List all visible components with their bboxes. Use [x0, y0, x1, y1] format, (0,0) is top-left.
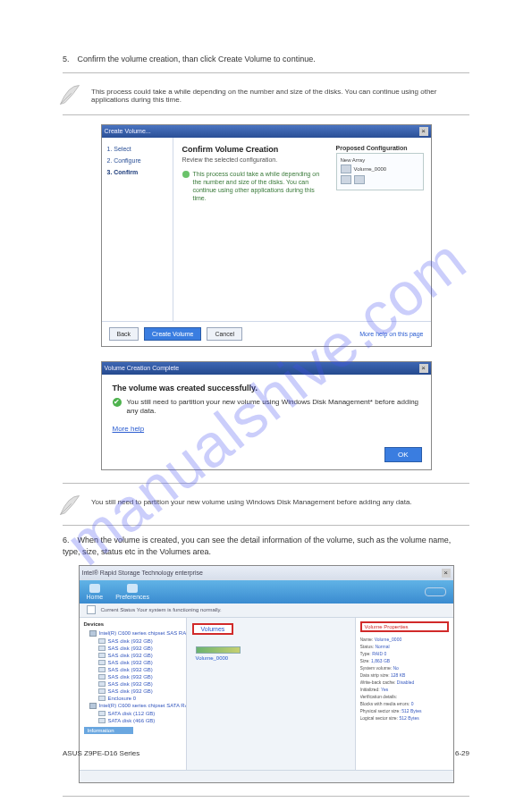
information-button[interactable]: Information: [84, 727, 133, 734]
disk-node[interactable]: SAS disk (932 GB): [84, 673, 182, 680]
note-text: You still need to partition your new vol…: [91, 493, 469, 506]
volume-name: Volume_0000: [196, 655, 241, 661]
enclosure-icon: [98, 696, 106, 701]
tab-preferences[interactable]: Preferences: [115, 584, 149, 600]
volumes-header: Volumes: [192, 623, 234, 635]
wizard-footer: Back Create Volume Cancel More help on t…: [102, 321, 431, 346]
home-icon: [89, 584, 100, 593]
info-text: This process could take a while dependin…: [193, 170, 324, 202]
prop-row: Status: Normal: [360, 643, 449, 650]
titlebar: Create Volume... ×: [102, 125, 431, 138]
hdd-icon: [98, 711, 106, 716]
divider: [63, 114, 469, 115]
step-select[interactable]: 1. Select: [107, 143, 167, 155]
volumes-panel: Volumes Volume_0000: [187, 618, 355, 770]
proposed-title: Proposed Configuration: [336, 145, 424, 151]
disk-node[interactable]: SAS disk (932 GB): [84, 666, 182, 673]
prop-row: System volume: No: [360, 664, 449, 671]
controller-node[interactable]: Intel(R) C600 series chipset SATA RAID (…: [84, 702, 182, 710]
titlebar: Volume Creation Complete ×: [102, 362, 431, 375]
check-icon: ✔: [113, 398, 122, 407]
note-icon-feather: This process could take a while dependin…: [63, 82, 469, 107]
prop-row: Write-back cache: Disabled: [360, 679, 449, 686]
hdd-icon: [98, 646, 106, 651]
more-help-link[interactable]: More help on this page: [359, 331, 423, 337]
prop-row: Type: RAID 0: [360, 650, 449, 657]
gear-icon: [127, 584, 138, 593]
prop-row: Initialized: Yes: [360, 686, 449, 693]
refresh-icon[interactable]: [87, 605, 96, 614]
properties-panel: Volume Properties Name: Volume_0000 Stat…: [355, 618, 453, 770]
step-num: 6.: [63, 535, 75, 546]
footer-right: 6-29: [455, 749, 469, 757]
disk-node[interactable]: SAS disk (932 GB): [84, 645, 182, 652]
status-bar: Current Status Your system is functionin…: [80, 604, 453, 618]
wizard-steps: 1. Select 2. Configure 3. Confirm: [102, 138, 173, 321]
close-icon[interactable]: ×: [419, 127, 428, 136]
hdd-icon: [98, 653, 106, 658]
hdd-icon: [98, 667, 106, 672]
disk-node[interactable]: SAS disk (932 GB): [84, 637, 182, 645]
devices-header: Devices: [84, 621, 182, 627]
tab-home[interactable]: Home: [87, 584, 104, 600]
dialog-title: Volume Creation Complete: [105, 365, 180, 371]
window-title: Create Volume...: [105, 128, 151, 134]
disk-node[interactable]: SAS disk (932 GB): [84, 659, 182, 666]
controller-icon: [89, 703, 97, 709]
window-title: Intel® Rapid Storage Technology enterpri…: [82, 570, 203, 576]
create-volume-button[interactable]: Create Volume: [144, 327, 201, 341]
step-text: Confirm the volume creation, than click …: [78, 55, 316, 63]
hdd-icon: [98, 718, 106, 723]
disk-node[interactable]: SATA disk (466 GB): [84, 717, 182, 724]
prop-row: Data strip size: 128 KB: [360, 671, 449, 679]
step-confirm[interactable]: 3. Confirm: [107, 166, 167, 178]
divider: [63, 483, 469, 484]
disk-node[interactable]: SAS disk (932 GB): [84, 688, 182, 695]
hdd-icon: [98, 660, 106, 665]
dialog-detail: You still need to partition your new vol…: [127, 398, 420, 417]
controller-node[interactable]: Intel(R) C600 series chipset SAS RAID (C…: [84, 629, 182, 637]
divider: [63, 796, 469, 797]
prop-row: Verification details:: [360, 693, 449, 700]
enclosure-node[interactable]: Enclosure 0: [84, 695, 182, 702]
prop-row: Physical sector size: 512 Bytes: [360, 707, 449, 714]
prop-row: Logical sector size: 512 Bytes: [360, 714, 449, 722]
titlebar: Intel® Rapid Storage Technology enterpri…: [80, 566, 453, 580]
dialog-message: The volume was created successfully.: [113, 384, 420, 393]
close-icon[interactable]: ×: [442, 569, 451, 578]
page-footer: ASUS Z9PE-D16 Series 6-29: [63, 749, 469, 757]
volume-bar-icon: [196, 646, 241, 654]
completion-dialog: Volume Creation Complete × The volume wa…: [101, 361, 432, 471]
info-icon: [182, 171, 190, 178]
step-6: 6. When the volume is created, you can s…: [63, 535, 469, 557]
disk-node[interactable]: SAS disk (932 GB): [84, 652, 182, 659]
divider: [63, 525, 469, 526]
footer-bar: [80, 770, 453, 782]
close-icon[interactable]: ×: [419, 364, 428, 373]
step-text: When the volume is created, you can see …: [63, 536, 451, 556]
volume-name: Volume_0000: [354, 166, 387, 172]
ok-button[interactable]: OK: [384, 447, 422, 462]
controller-icon: [89, 630, 97, 637]
cancel-button[interactable]: Cancel: [207, 327, 242, 341]
more-help-link[interactable]: More help: [113, 425, 420, 433]
prop-row: Size: 1,863 GB: [360, 657, 449, 664]
disk-node[interactable]: SAS disk (932 GB): [84, 680, 182, 688]
prop-row: Blocks with media errors: 0: [360, 700, 449, 707]
hdd-icon: [98, 638, 106, 644]
step-num: 5.: [63, 54, 75, 65]
back-button[interactable]: Back: [109, 327, 139, 341]
disk-icon: [354, 175, 365, 184]
note-text: This process could take a while dependin…: [91, 82, 469, 104]
create-volume-wizard: Create Volume... × 1. Select 2. Configur…: [101, 124, 432, 347]
volume-item[interactable]: Volume_0000: [196, 646, 241, 661]
prop-row: Name: Volume_0000: [360, 636, 449, 643]
hdd-icon: [98, 688, 106, 694]
disk-node[interactable]: SATA disk (112 GB): [84, 710, 182, 717]
hdd-icon: [98, 681, 106, 687]
disk-icon: [341, 175, 351, 184]
note-icon-feather: You still need to partition your new vol…: [63, 493, 469, 518]
step-configure[interactable]: 2. Configure: [107, 155, 167, 166]
step-5: 5. Confirm the volume creation, than cli…: [63, 54, 469, 65]
intel-logo: [425, 587, 446, 596]
